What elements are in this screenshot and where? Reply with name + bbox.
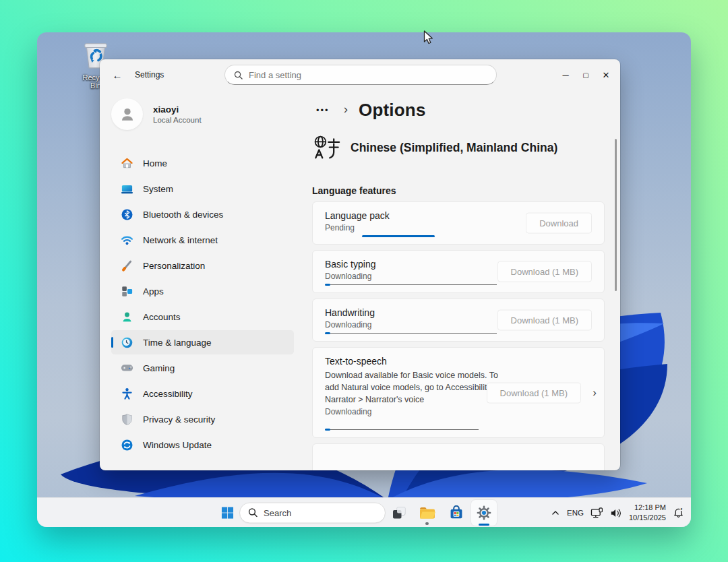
mouse-cursor xyxy=(421,30,435,46)
tray-chevron-up-icon[interactable] xyxy=(551,509,560,517)
file-explorer-icon xyxy=(419,506,435,520)
settings-sidebar: xiaoyi Local Account Home xyxy=(100,90,307,470)
sidebar-item-accounts[interactable]: Accounts xyxy=(111,305,294,329)
microsoft-store-button[interactable] xyxy=(448,505,465,520)
do-not-disturb-bell-icon[interactable]: z xyxy=(673,507,684,519)
sidebar-item-label: Gaming xyxy=(143,363,175,373)
network-ethernet-icon[interactable] xyxy=(590,507,603,519)
home-icon xyxy=(121,157,133,170)
feature-status: Downloading xyxy=(325,407,592,416)
sidebar-item-label: Accounts xyxy=(143,312,181,322)
settings-window: ← Settings ─ ▢ ✕ xyxy=(100,59,620,470)
sidebar-nav: Home System xyxy=(111,151,294,458)
clock[interactable]: 12:18 PM 10/15/2025 xyxy=(629,503,666,523)
sidebar-item-home[interactable]: Home xyxy=(111,151,294,175)
back-button[interactable]: ← xyxy=(108,66,127,84)
language-name: Chinese (Simplified, Mainland China) xyxy=(351,141,557,155)
sidebar-item-accessibility[interactable]: Accessibility xyxy=(111,381,294,406)
person-icon xyxy=(121,311,133,323)
progress-track xyxy=(325,333,497,334)
sidebar-item-label: Privacy & security xyxy=(143,414,215,425)
search-input[interactable] xyxy=(249,70,471,80)
sidebar-item-label: Apps xyxy=(143,286,164,296)
settings-active-indicator xyxy=(479,524,489,526)
sidebar-item-label: Time & language xyxy=(143,338,212,348)
options-page: ••• › Options xyxy=(307,90,620,470)
vertical-scrollbar[interactable] xyxy=(615,139,617,291)
sidebar-item-label: Accessibility xyxy=(143,389,193,399)
input-language-indicator[interactable]: ENG xyxy=(567,509,584,517)
sidebar-item-apps[interactable]: Apps xyxy=(111,279,294,303)
gamepad-icon xyxy=(121,362,133,375)
breadcrumb: ••• › Options xyxy=(312,97,605,123)
start-button[interactable] xyxy=(220,506,235,519)
apps-icon xyxy=(121,285,133,298)
translate-language-icon xyxy=(312,133,340,162)
sidebar-item-label: Windows Update xyxy=(143,440,212,450)
progress-bar xyxy=(325,332,330,334)
sidebar-item-label: System xyxy=(143,184,173,194)
taskbar-search-label: Search xyxy=(264,507,291,518)
feature-description: Download available for Basic voice model… xyxy=(325,369,511,406)
search-icon xyxy=(248,508,257,518)
file-explorer-running-indicator xyxy=(425,522,429,525)
download-button[interactable]: Download (1 MB) xyxy=(497,261,592,282)
breadcrumb-ellipsis-button[interactable]: ••• xyxy=(316,105,330,115)
sidebar-item-system[interactable]: System xyxy=(111,177,294,201)
sidebar-item-label: Home xyxy=(143,158,167,168)
sidebar-item-personalization[interactable]: Personalization xyxy=(111,253,294,278)
bluetooth-icon xyxy=(121,208,133,221)
account-name: xiaoyi xyxy=(153,104,202,115)
sidebar-item-label: Bluetooth & devices xyxy=(143,210,223,220)
shield-icon xyxy=(121,413,133,426)
chevron-right-icon[interactable]: › xyxy=(593,386,597,400)
settings-search-box[interactable] xyxy=(224,65,497,85)
tray-time: 12:18 PM xyxy=(629,503,666,513)
download-button[interactable]: Download (1 MB) xyxy=(497,310,592,331)
feature-card-basic-typing: Basic typing Downloading Download (1 MB) xyxy=(312,250,605,293)
feature-card-partial xyxy=(312,443,605,470)
system-tray: ENG 12:18 PM 10/15/2025 z xyxy=(551,498,684,527)
language-header: Chinese (Simplified, Mainland China) xyxy=(312,133,605,162)
brush-icon xyxy=(121,259,133,272)
sidebar-item-windows-update[interactable]: Windows Update xyxy=(111,433,294,457)
sidebar-item-time-language[interactable]: Time & language xyxy=(111,330,294,354)
download-button[interactable]: Download (1 MB) xyxy=(487,382,581,403)
account-card[interactable]: xiaoyi Local Account xyxy=(111,98,202,130)
sidebar-item-label: Personalization xyxy=(143,261,205,271)
progress-bar-indeterminate xyxy=(362,235,435,237)
accessibility-icon xyxy=(121,387,133,400)
feature-card-language-pack: Language pack Pending Download xyxy=(312,201,605,245)
progress-track xyxy=(325,429,479,430)
taskbar-search[interactable]: Search xyxy=(239,502,386,523)
section-title: Language features xyxy=(312,185,605,196)
progress-bar xyxy=(325,429,330,431)
avatar xyxy=(111,98,143,130)
svg-text:z: z xyxy=(681,507,683,511)
feature-title: Text-to-speech xyxy=(325,356,592,367)
settings-gear-icon xyxy=(476,505,492,521)
progress-track xyxy=(325,284,497,285)
download-button[interactable]: Download xyxy=(526,213,592,234)
maximize-button[interactable]: ▢ xyxy=(576,59,596,90)
search-icon xyxy=(234,71,243,80)
titlebar: ← Settings ─ ▢ ✕ xyxy=(100,59,620,90)
minimize-button[interactable]: ─ xyxy=(555,59,576,90)
file-explorer-button[interactable] xyxy=(419,506,436,520)
sidebar-item-network-internet[interactable]: Network & internet xyxy=(111,228,294,252)
account-type: Local Account xyxy=(153,116,202,124)
progress-bar xyxy=(325,284,330,286)
close-button[interactable]: ✕ xyxy=(596,59,616,90)
page-title: Options xyxy=(359,100,426,121)
update-icon xyxy=(121,439,133,451)
task-view-button[interactable] xyxy=(390,505,408,520)
desktop: Recycle Bin ← Settings ─ ▢ ✕ xyxy=(37,32,691,527)
settings-taskbar-button[interactable] xyxy=(475,505,493,521)
chevron-right-icon: › xyxy=(344,102,348,117)
taskbar: Search xyxy=(37,497,691,527)
volume-icon[interactable] xyxy=(610,508,622,518)
sidebar-item-bluetooth-devices[interactable]: Bluetooth & devices xyxy=(111,202,294,226)
sidebar-item-gaming[interactable]: Gaming xyxy=(111,356,294,380)
sidebar-item-privacy-security[interactable]: Privacy & security xyxy=(111,407,294,431)
task-view-icon xyxy=(392,505,406,520)
